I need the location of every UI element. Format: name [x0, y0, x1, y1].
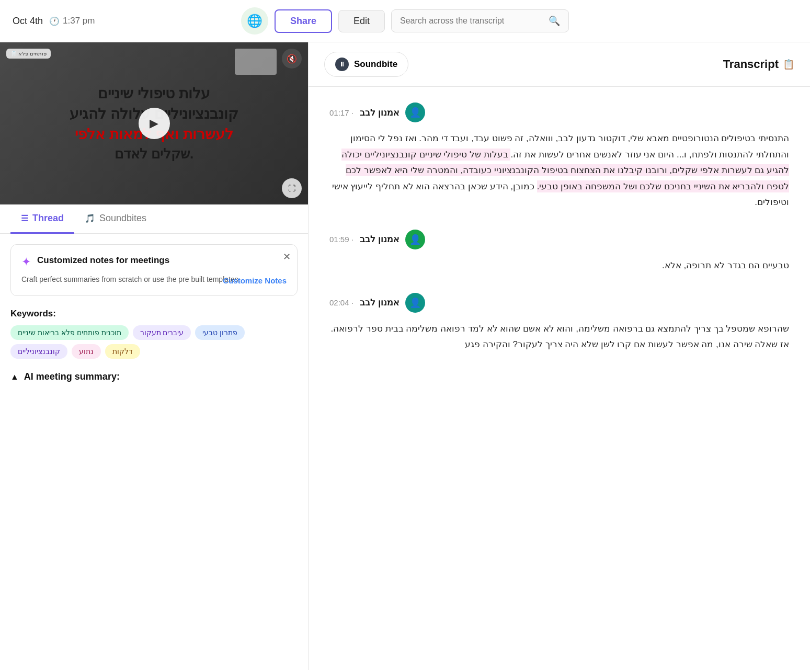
promo-title: Customized notes for meetings: [37, 255, 169, 266]
video-line1: עלות טיפולי שיניים: [70, 85, 238, 102]
keyword-tag[interactable]: קונבנציוניליים: [10, 344, 67, 359]
search-icon: 🔍: [549, 15, 560, 27]
avatar: 👤: [405, 102, 425, 122]
message-header-1: 👤 אמנון לבב · 01:17: [329, 102, 789, 122]
speaker-name: אמנון לבב: [360, 107, 399, 118]
promo-cta-link[interactable]: Customize Notes: [223, 276, 287, 285]
time-label: 1:37 pm: [63, 16, 95, 26]
keyword-tag[interactable]: פתרון טבעי: [195, 325, 245, 340]
main-layout: 🦷 פותחים פלא עלות טיפולי שיניים קונבנציו…: [0, 42, 810, 670]
thread-content: ✕ ✦ Customized notes for meetings Craft …: [0, 234, 308, 670]
speaker-name: אמנון לבב: [360, 297, 399, 308]
share-button[interactable]: Share: [275, 9, 332, 33]
logo-overlay: 🦷 פותחים פלא: [6, 49, 51, 59]
message-header-3: 👤 אמנון לבב · 02:04: [329, 293, 789, 313]
video-line4: שקלים לאדם.: [70, 146, 238, 162]
message-block: 👤 אמנון לבב · 01:17 התנסיתי בטיפולים הנט…: [329, 102, 789, 211]
left-panel: 🦷 פותחים פלא עלות טיפולי שיניים קונבנציו…: [0, 42, 309, 670]
edit-button[interactable]: Edit: [338, 10, 385, 32]
thread-tab-label: Thread: [32, 213, 64, 224]
message-text-1: התנסיתי בטיפולים הנטורופטיים מאבא שלי, ד…: [329, 131, 789, 211]
tab-soundbites[interactable]: 🎵 Soundbites: [74, 204, 157, 234]
tab-thread[interactable]: ☰ Thread: [10, 204, 74, 234]
search-bar: 🔍: [391, 9, 569, 32]
soundbite-icon: ⏸: [335, 58, 349, 71]
keywords-list: תוכנית פותחים פלא בריאות שיניים עיברים ת…: [10, 325, 298, 359]
tabs-container: ☰ Thread 🎵 Soundbites: [0, 204, 308, 234]
message-text-3: שהרופא שמטפל בך צריך להתמצא גם ברפואה מש…: [329, 321, 789, 353]
thread-icon: ☰: [21, 213, 28, 223]
soundbite-tab[interactable]: ⏸ Soundbite: [324, 52, 408, 77]
transcript-title: Transcript: [723, 58, 779, 71]
search-input[interactable]: [400, 16, 543, 26]
speaker-name: אמנון לבב: [360, 234, 399, 245]
chevron-up-icon: ▲: [10, 372, 19, 382]
date-label: Oct 4th: [13, 16, 43, 27]
message-text-2: טבעיים הם בגדר לא תרופה, אלא.: [329, 258, 789, 274]
soundbites-tab-label: Soundbites: [99, 213, 146, 224]
message-block: 👤 אמנון לבב · 02:04 שהרופא שמטפל בך צריך…: [329, 293, 789, 353]
keyword-tag[interactable]: נתוע: [72, 344, 101, 359]
message-time: · 01:17: [329, 108, 353, 117]
globe-button[interactable]: 🌐: [241, 7, 268, 35]
right-panel: ⏸ Soundbite Transcript 📋 👤 אמנון לבב · 0…: [309, 42, 810, 670]
soundbites-icon: 🎵: [85, 213, 95, 223]
play-button[interactable]: ▶: [139, 108, 170, 139]
transcript-label: Transcript 📋: [723, 58, 794, 71]
promo-header: ✦ Customized notes for meetings: [21, 255, 287, 269]
soundbite-label: Soundbite: [354, 59, 397, 70]
fullscreen-button[interactable]: ⛶: [282, 178, 302, 198]
video-container: 🦷 פותחים פלא עלות טיפולי שיניים קונבנציו…: [0, 42, 308, 204]
keyword-tag[interactable]: דלקות: [105, 344, 140, 359]
message-time: · 02:04: [329, 298, 353, 307]
clock-icon: 🕐: [49, 16, 60, 26]
top-bar-left: Oct 4th 🕐 1:37 pm: [13, 16, 95, 27]
message-header-2: 👤 אמנון לבב · 01:59: [329, 230, 789, 249]
mute-button[interactable]: 🔇: [282, 49, 302, 69]
transcript-icon: 📋: [783, 59, 794, 70]
ai-summary-header[interactable]: ▲ AI meeting summary:: [10, 371, 298, 382]
top-bar: Oct 4th 🕐 1:37 pm 🌐 Share Edit 🔍: [0, 0, 810, 42]
thumbnail-overlay: [235, 49, 277, 75]
promo-star-icon: ✦: [21, 255, 31, 269]
time-wrapper: 🕐 1:37 pm: [49, 16, 95, 26]
message-time: · 01:59: [329, 235, 353, 244]
message-block: 👤 אמנון לבב · 01:59 טבעיים הם בגדר לא תר…: [329, 230, 789, 274]
ai-summary-label: AI meeting summary:: [24, 371, 120, 382]
promo-card: ✕ ✦ Customized notes for meetings Craft …: [10, 244, 298, 296]
transcript-content: 👤 אמנון לבב · 01:17 התנסיתי בטיפולים הנט…: [309, 87, 810, 670]
keywords-label: Keywords:: [10, 309, 298, 319]
video-background: 🦷 פותחים פלא עלות טיפולי שיניים קונבנציו…: [0, 42, 308, 204]
avatar: 👤: [405, 293, 425, 313]
keyword-tag[interactable]: תוכנית פותחים פלא בריאות שיניים: [10, 325, 129, 340]
avatar: 👤: [405, 230, 425, 249]
top-bar-center: 🌐 Share Edit 🔍: [241, 7, 569, 35]
keywords-section: Keywords: תוכנית פותחים פלא בריאות שיניי…: [10, 309, 298, 359]
transcript-header: ⏸ Soundbite Transcript 📋: [309, 42, 810, 87]
keyword-tag[interactable]: עיברים תעקור: [133, 325, 191, 340]
promo-close-button[interactable]: ✕: [283, 251, 291, 263]
